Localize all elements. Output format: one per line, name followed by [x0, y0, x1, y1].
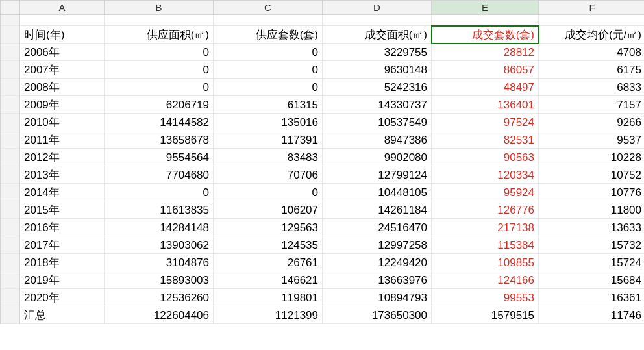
row-header-7[interactable] [1, 114, 20, 131]
data-cell[interactable]: 2015年 [20, 201, 105, 219]
data-cell[interactable]: 2010年 [20, 114, 105, 131]
data-cell[interactable]: 9554564 [105, 149, 214, 166]
data-cell[interactable]: 2013年 [20, 166, 105, 184]
row-header-12[interactable] [1, 201, 20, 219]
col-header-A[interactable]: A [20, 1, 105, 15]
header-cell-F[interactable]: 成交均价(元/㎡) [539, 26, 644, 44]
data-cell[interactable]: 7704680 [105, 166, 214, 184]
row-header-2[interactable] [1, 26, 20, 44]
data-cell[interactable]: 117391 [214, 131, 323, 149]
data-cell[interactable]: 0 [214, 79, 323, 96]
select-all-corner[interactable] [1, 1, 20, 15]
data-cell[interactable]: 95924 [432, 184, 539, 201]
data-cell[interactable]: 2012年 [20, 149, 105, 166]
data-cell[interactable]: 86057 [432, 61, 539, 79]
data-cell[interactable]: 2016年 [20, 219, 105, 236]
data-cell[interactable]: 0 [214, 184, 323, 201]
header-cell-B[interactable]: 供应面积(㎡) [105, 26, 214, 44]
data-cell[interactable]: 2017年 [20, 236, 105, 254]
data-cell[interactable]: 70706 [214, 166, 323, 184]
row-header-17[interactable] [1, 289, 20, 306]
row-header-13[interactable] [1, 219, 20, 236]
data-cell[interactable]: 129563 [214, 219, 323, 236]
data-cell[interactable]: 2018年 [20, 254, 105, 271]
data-cell[interactable]: 124166 [432, 271, 539, 289]
row-header-11[interactable] [1, 184, 20, 201]
data-cell[interactable]: 26761 [214, 254, 323, 271]
data-cell[interactable]: 15732 [539, 236, 644, 254]
data-cell[interactable]: 48497 [432, 79, 539, 96]
data-cell[interactable]: 97524 [432, 114, 539, 131]
data-cell[interactable]: 15684 [539, 271, 644, 289]
data-cell[interactable]: 109855 [432, 254, 539, 271]
data-cell[interactable]: 24516470 [323, 219, 432, 236]
data-cell[interactable]: 2019年 [20, 271, 105, 289]
total-cell-C[interactable]: 1121399 [214, 306, 323, 324]
data-cell[interactable]: 28812 [432, 44, 539, 61]
data-cell[interactable]: 14330737 [323, 96, 432, 114]
data-cell[interactable]: 83483 [214, 149, 323, 166]
data-cell[interactable]: 2009年 [20, 96, 105, 114]
data-cell[interactable]: 119801 [214, 289, 323, 306]
data-cell[interactable]: 0 [105, 44, 214, 61]
data-cell[interactable]: 15893003 [105, 271, 214, 289]
data-cell[interactable]: 2006年 [20, 44, 105, 61]
data-cell[interactable]: 2020年 [20, 289, 105, 306]
data-cell[interactable]: 12536260 [105, 289, 214, 306]
data-cell[interactable]: 10776 [539, 184, 644, 201]
header-cell-A[interactable]: 时间(年) [20, 26, 105, 44]
data-cell[interactable]: 6175 [539, 61, 644, 79]
col-header-C[interactable]: C [214, 1, 323, 15]
row-header-15[interactable] [1, 254, 20, 271]
data-cell[interactable]: 7157 [539, 96, 644, 114]
data-cell[interactable]: 15724 [539, 254, 644, 271]
data-cell[interactable]: 14261184 [323, 201, 432, 219]
data-cell[interactable]: 126776 [432, 201, 539, 219]
data-cell[interactable]: 2008年 [20, 79, 105, 96]
data-cell[interactable]: 120334 [432, 166, 539, 184]
data-cell[interactable]: 16361 [539, 289, 644, 306]
data-cell[interactable]: 3229755 [323, 44, 432, 61]
cell-blank[interactable] [432, 15, 539, 26]
data-cell[interactable]: 0 [105, 61, 214, 79]
total-cell-A[interactable]: 汇总 [20, 306, 105, 324]
data-cell[interactable]: 136401 [432, 96, 539, 114]
row-header-5[interactable] [1, 79, 20, 96]
data-cell[interactable]: 10537549 [323, 114, 432, 131]
data-cell[interactable]: 6206719 [105, 96, 214, 114]
data-cell[interactable]: 11613835 [105, 201, 214, 219]
cell-blank[interactable] [105, 15, 214, 26]
total-cell-E[interactable]: 1579515 [432, 306, 539, 324]
row-header-16[interactable] [1, 271, 20, 289]
data-cell[interactable]: 10752 [539, 166, 644, 184]
total-cell-F[interactable]: 11746 [539, 306, 644, 324]
row-header-10[interactable] [1, 166, 20, 184]
data-cell[interactable]: 82531 [432, 131, 539, 149]
row-header-1[interactable] [1, 15, 20, 26]
data-cell[interactable]: 10448105 [323, 184, 432, 201]
row-header-9[interactable] [1, 149, 20, 166]
row-header-total[interactable] [1, 306, 20, 324]
data-cell[interactable]: 10228 [539, 149, 644, 166]
header-cell-E[interactable]: 成交套数(套) [432, 26, 539, 44]
data-cell[interactable]: 4708 [539, 44, 644, 61]
col-header-E[interactable]: E [432, 1, 539, 15]
row-header-14[interactable] [1, 236, 20, 254]
data-cell[interactable]: 13903062 [105, 236, 214, 254]
total-cell-B[interactable]: 122604406 [105, 306, 214, 324]
row-header-6[interactable] [1, 96, 20, 114]
data-cell[interactable]: 9537 [539, 131, 644, 149]
col-header-B[interactable]: B [105, 1, 214, 15]
data-cell[interactable]: 10894793 [323, 289, 432, 306]
data-cell[interactable]: 3104876 [105, 254, 214, 271]
cell-blank[interactable] [20, 15, 105, 26]
cell-blank[interactable] [539, 15, 644, 26]
data-cell[interactable]: 124535 [214, 236, 323, 254]
data-cell[interactable]: 9266 [539, 114, 644, 131]
data-cell[interactable]: 9902080 [323, 149, 432, 166]
data-cell[interactable]: 61315 [214, 96, 323, 114]
row-header-8[interactable] [1, 131, 20, 149]
data-cell[interactable]: 106207 [214, 201, 323, 219]
row-header-3[interactable] [1, 44, 20, 61]
data-cell[interactable]: 12799124 [323, 166, 432, 184]
